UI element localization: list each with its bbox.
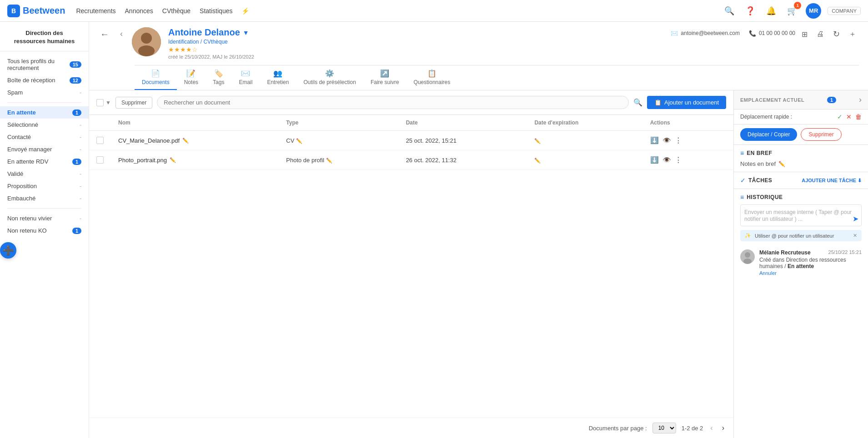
tab-notes[interactable]: 📝 Notes (177, 65, 206, 90)
next-page-button[interactable]: › (720, 424, 726, 432)
history-avatar (740, 249, 755, 264)
row-2-view-icon[interactable]: 👁️ (662, 156, 671, 164)
row-1-checkbox[interactable] (96, 137, 104, 144)
candidate-name-text: Antoine Delanoe (168, 27, 240, 38)
sidebar-item-inbox-count: 12 (70, 77, 81, 84)
sidebar-item-valide-label: Validé (7, 170, 23, 177)
search-document-input[interactable] (157, 96, 629, 109)
select-all-checkbox[interactable] (96, 99, 104, 106)
user-avatar[interactable]: MR (806, 3, 821, 19)
taches-icon: ✓ (740, 177, 746, 184)
row-2-edit-icon[interactable]: ✏️ (170, 157, 176, 163)
quick-trash-icon[interactable]: 🗑 (855, 113, 862, 120)
cart-badge-container[interactable]: 🛒 1 (785, 4, 799, 18)
history-annuler-link[interactable]: Annuler (759, 270, 777, 276)
checkbox-dropdown-arrow[interactable]: ▼ (105, 100, 111, 106)
company-logo[interactable]: COMPANY (828, 7, 861, 15)
bell-icon[interactable]: 🔔 (764, 4, 778, 18)
row-1-download-icon[interactable]: ⬇️ (650, 136, 659, 144)
back-button[interactable]: ← (98, 27, 111, 41)
row-1-more-icon[interactable]: ⋮ (675, 136, 682, 144)
row-2-download-icon[interactable]: ⬇️ (650, 156, 659, 164)
col-checkbox (89, 115, 111, 131)
row-2-checkbox[interactable] (96, 156, 104, 164)
history-content: Mélanie Recruteuse 25/10/22 15:21 Créé d… (759, 249, 862, 276)
prev-candidate-button[interactable]: ‹ (118, 27, 125, 40)
sidebar-item-non-retenu-ko[interactable]: Non retenu KO 1 (0, 224, 89, 237)
ajouter-tache-button[interactable]: AJOUTER UNE TÂCHE ⬇ (802, 178, 862, 184)
sidebar-item-en-attente[interactable]: En attente 1 (0, 106, 89, 119)
nav-annonces[interactable]: Annonces (125, 5, 153, 16)
notes-bref-edit-icon[interactable]: ✏️ (778, 161, 785, 167)
sidebar-item-inbox[interactable]: Boîte de réception 12 (0, 74, 89, 86)
help-button[interactable]: ❓ (743, 4, 758, 18)
contact-phone: 📞 01 00 00 00 00 (749, 30, 795, 37)
delete-button[interactable]: Supprimer (115, 97, 152, 109)
quick-move: Déplacement rapide : ✓ ✕ 🗑 (734, 110, 868, 124)
tab-faire-suivre[interactable]: ↗️ Faire suivre (363, 65, 406, 90)
sidebar-divider-2 (7, 208, 81, 209)
sidebar-item-selectionne-count: - (80, 122, 81, 128)
quick-confirm-icon[interactable]: ✓ (837, 113, 843, 120)
placement-nav-arrow[interactable]: › (859, 95, 862, 105)
sidebar-item-all[interactable]: Tous les profils du recrutement 15 (0, 55, 89, 74)
prev-page-button[interactable]: ‹ (708, 424, 714, 432)
sidebar-item-contacte-count: - (80, 134, 81, 140)
tip-close-button[interactable]: ✕ (853, 233, 857, 239)
print-icon[interactable]: 🖨 (814, 28, 827, 40)
tab-entretien[interactable]: 👥 Entretien (260, 65, 296, 90)
tab-tags[interactable]: 🏷️ Tags (206, 65, 231, 90)
row-2-type-edit-icon[interactable]: ✏️ (326, 158, 332, 163)
logo[interactable]: B Beetween (7, 5, 65, 17)
tip-icon: ✨ (745, 233, 751, 239)
sidebar-item-proposition[interactable]: Proposition - (0, 180, 89, 192)
send-message-button[interactable]: ➤ (853, 214, 858, 223)
tab-questionnaires[interactable]: 📋 Questionnaires (406, 65, 458, 90)
row-1-expiry-edit-icon[interactable]: ✏️ (534, 138, 541, 144)
sidebar-item-non-retenu-vivier[interactable]: Non retenu vivier - (0, 212, 89, 224)
sidebar-item-envoye-manager[interactable]: Envoyé manager - (0, 143, 89, 155)
expand-icon[interactable]: ⊞ (799, 28, 810, 40)
svg-point-4 (745, 252, 750, 258)
quick-cancel-icon[interactable]: ✕ (846, 113, 852, 120)
top-navigation: B Beetween Recrutements Annonces CVthèqu… (0, 0, 868, 22)
move-copy-button[interactable]: Déplacer / Copier (740, 128, 797, 141)
row-2-name-text: Photo_portrait.png (118, 157, 167, 164)
notes-en-bref: Notes en bref ✏️ (734, 159, 868, 172)
sidebar-item-embauche[interactable]: Embauché - (0, 192, 89, 204)
history-entry: Mélanie Recruteuse 25/10/22 15:21 Créé d… (740, 246, 862, 280)
floating-add-button[interactable]: ➕ (0, 242, 16, 259)
sidebar-item-all-count: 15 (70, 61, 81, 68)
search-button[interactable]: 🔍 (722, 4, 737, 18)
row-1-view-icon[interactable]: 👁️ (662, 136, 671, 144)
candidate-name: Antoine Delanoe ▼ (168, 27, 627, 38)
nav-statistiques[interactable]: Statistiques (200, 5, 232, 16)
sidebar-item-spam[interactable]: Spam - (0, 86, 89, 99)
nav-recrutements[interactable]: Recrutements (76, 5, 115, 16)
candidate-name-dropdown[interactable]: ▼ (243, 29, 249, 36)
tab-outils[interactable]: ⚙️ Outils de présélection (296, 65, 363, 90)
per-page-select[interactable]: 10 25 50 (652, 423, 676, 433)
sync-icon[interactable]: ↻ (830, 27, 843, 41)
candidate-header-top: ← ‹ Antoine Delanoe ▼ Identificatio (98, 27, 859, 63)
sidebar-item-contacte[interactable]: Contacté - (0, 131, 89, 143)
row-1-edit-icon[interactable]: ✏️ (182, 138, 189, 144)
row-1-type-edit-icon[interactable]: ✏️ (296, 138, 302, 144)
row-2-more-icon[interactable]: ⋮ (675, 156, 682, 164)
row-2-expiry-edit-icon[interactable]: ✏️ (534, 158, 541, 163)
tab-notes-label: Notes (184, 79, 198, 85)
taches-header: ✓ TÂCHES AJOUTER UNE TÂCHE ⬇ (740, 177, 862, 184)
search-document-icon[interactable]: 🔍 (633, 98, 642, 107)
sidebar-item-selectionne[interactable]: Sélectionné - (0, 119, 89, 131)
add-document-button[interactable]: 📋 Ajouter un document (647, 96, 726, 109)
sidebar-item-valide[interactable]: Validé - (0, 168, 89, 180)
add-icon[interactable]: ＋ (846, 28, 859, 41)
notification-bell[interactable]: 🔔 (764, 4, 778, 18)
nav-cvtheque[interactable]: CVthèque (162, 5, 191, 16)
nav-bolt-icon[interactable]: ⚡ (241, 5, 249, 16)
tab-email[interactable]: ✉️ Email (231, 65, 260, 90)
candidate-id-link[interactable]: Identification / CVthèque (168, 39, 228, 45)
sidebar-item-en-attente-rdv[interactable]: En attente RDV 1 (0, 155, 89, 168)
supprimer-button[interactable]: Supprimer (801, 128, 841, 141)
tab-documents[interactable]: 📄 Documents (135, 65, 177, 90)
